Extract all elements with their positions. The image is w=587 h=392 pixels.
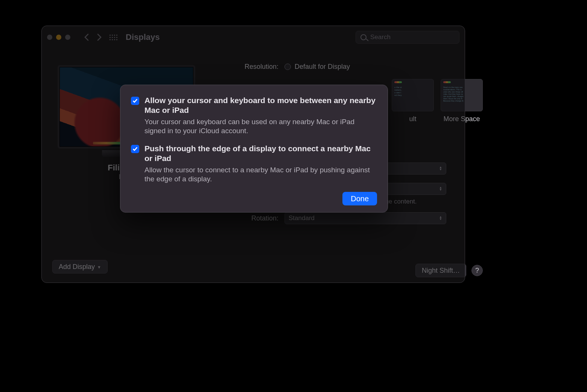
chevron-down-icon: ▼ [97, 265, 101, 269]
forward-button[interactable] [93, 31, 106, 44]
option-title: Allow your cursor and keyboard to move b… [144, 96, 377, 115]
minimize-icon[interactable] [56, 35, 61, 40]
option-title: Push through the edge of a display to co… [144, 144, 377, 163]
checkbox-push-edge[interactable] [131, 145, 139, 153]
chevron-left-icon [84, 33, 89, 41]
search-input[interactable]: Search [356, 31, 459, 44]
back-button[interactable] [80, 31, 93, 44]
stepper-icon: ▲▼ [439, 166, 442, 171]
option-push-edge: Push through the edge of a display to co… [131, 144, 377, 184]
all-prefs-icon[interactable] [109, 35, 117, 40]
stepper-icon: ▲▼ [439, 187, 442, 191]
scaling-option-more-space[interactable]: Here's to the crazy one troublemakers. T… [441, 79, 483, 111]
help-button[interactable]: ? [471, 265, 483, 276]
resolution-label: Resolution: [219, 63, 284, 71]
rotation-popup[interactable]: Standard ▲▼ [284, 212, 446, 224]
option-desc: Your cursor and keyboard can be used on … [144, 117, 377, 135]
add-display-button[interactable]: Add Display ▼ [52, 260, 108, 273]
resolution-row: Resolution: Default for Display [219, 63, 483, 71]
titlebar: Displays Search [42, 26, 465, 49]
scaling-thumb-icon: Here's to the crazy one troublemakers. T… [441, 79, 483, 111]
chevron-right-icon [97, 33, 102, 41]
zoom-icon[interactable] [65, 35, 70, 40]
checkbox-allow-cursor[interactable] [131, 97, 139, 105]
add-display-label: Add Display [59, 263, 95, 271]
universal-control-sheet: Allow your cursor and keyboard to move b… [120, 85, 388, 213]
done-button[interactable]: Done [342, 192, 377, 205]
checkmark-icon [132, 98, 138, 103]
scaling-caption: More Space [441, 115, 483, 123]
night-shift-button[interactable]: Night Shift… [415, 264, 466, 277]
search-icon [360, 34, 366, 40]
radio-default-icon[interactable] [284, 64, 291, 70]
scaling-thumbnails: o the cr nakers, o see t nd they ult Her… [392, 79, 483, 111]
stepper-icon: ▲▼ [439, 216, 442, 220]
option-desc: Allow the cursor to connect to a nearby … [144, 166, 377, 184]
scaling-caption: ult [392, 115, 434, 123]
close-icon[interactable] [47, 35, 52, 40]
scaling-thumb-icon: o the cr nakers, o see t nd they [392, 79, 434, 111]
resolution-default-option[interactable]: Default for Display [295, 63, 350, 71]
search-placeholder: Search [370, 33, 391, 41]
scaling-option-default[interactable]: o the cr nakers, o see t nd they ult [392, 79, 434, 111]
window-title: Displays [126, 32, 160, 42]
traffic-lights[interactable] [47, 35, 70, 40]
rotation-label: Rotation: [219, 214, 284, 222]
option-allow-cursor: Allow your cursor and keyboard to move b… [131, 96, 377, 135]
rotation-value: Standard [289, 214, 315, 222]
night-shift-label: Night Shift… [422, 267, 460, 275]
rotation-row: Rotation: Standard ▲▼ [219, 212, 483, 224]
checkmark-icon [132, 146, 138, 152]
